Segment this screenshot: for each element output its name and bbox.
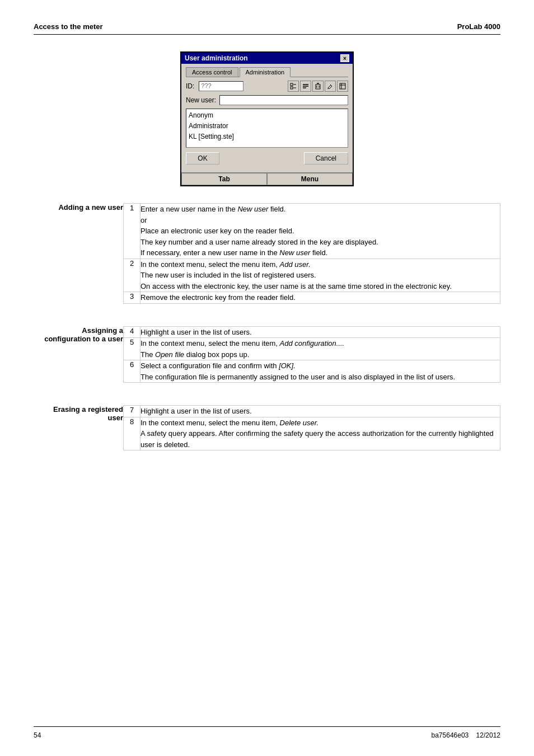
id-label: ID: [186, 82, 194, 90]
new-user-input[interactable] [219, 95, 348, 105]
toolbar-icons [288, 81, 348, 92]
id-field[interactable]: ??? [199, 81, 243, 91]
step-num-5: 5 [124, 338, 140, 360]
step-num-2: 2 [124, 259, 140, 292]
dialog-section: User administration × Access control Adm… [34, 51, 500, 186]
content-section-erasing: Erasing a registereduser 7 Highlight a u… [34, 405, 500, 450]
step-num-7: 7 [124, 406, 140, 417]
new-user-label: New user: [186, 96, 216, 104]
toolbar-icon-3[interactable] [312, 81, 324, 92]
step-text-7: Highlight a user in the list of users. [140, 406, 500, 417]
table-row: 8 In the context menu, select the menu i… [124, 417, 500, 450]
dialog-bottom-bar: Tab Menu [181, 172, 353, 185]
id-row: ID: ??? [186, 81, 348, 92]
steps-cell-assigning: 4 Highlight a user in the list of users.… [123, 326, 500, 383]
header-left: Access to the meter [34, 22, 103, 31]
step-text-5: In the context menu, select the menu ite… [140, 338, 500, 360]
step-text-4: Highlight a user in the list of users. [140, 326, 500, 338]
step-text-1: Enter a new user name in the New user fi… [140, 204, 500, 259]
table-row: 5 In the context menu, select the menu i… [124, 338, 500, 360]
toolbar-icon-2[interactable] [300, 81, 311, 92]
step-num-4: 4 [124, 326, 140, 338]
dialog-title: User administration [185, 54, 248, 62]
tab-access-control[interactable]: Access control [186, 67, 238, 77]
step-text-3: Remove the electronic key from the reade… [140, 292, 500, 304]
step-num-3: 3 [124, 292, 140, 304]
toolbar-icon-4[interactable] [325, 81, 336, 92]
section-table-adding: Adding a new user 1 Enter a new user nam… [34, 203, 500, 304]
page-header: Access to the meter ProLab 4000 [34, 22, 500, 35]
step-table-erasing: 7 Highlight a user in the list of users.… [123, 405, 500, 450]
table-row: 7 Highlight a user in the list of users. [124, 406, 500, 417]
table-row: 4 Highlight a user in the list of users. [124, 326, 500, 338]
content-section-assigning: Assigning a configuration to a user 4 Hi… [34, 326, 500, 383]
tab-administration[interactable]: Administration [240, 67, 291, 77]
step-text-2: In the context menu, select the menu ite… [140, 259, 500, 292]
dialog-buttons: OK Cancel [186, 152, 348, 165]
svg-rect-2 [291, 87, 293, 89]
svg-rect-13 [340, 83, 345, 89]
dialog-tab-menu[interactable]: Menu [267, 173, 353, 185]
dialog-titlebar: User administration × [181, 53, 353, 64]
table-row: 1 Enter a new user name in the New user … [124, 204, 500, 259]
user-list-item-administrator[interactable]: Administrator [189, 121, 345, 132]
page-footer: 54 ba75646e03 12/2012 [34, 726, 500, 739]
new-user-row: New user: [186, 95, 348, 105]
ok-button[interactable]: OK [186, 152, 219, 165]
section-label-erasing: Erasing a registereduser [34, 405, 123, 450]
section-label-adding: Adding a new user [34, 203, 123, 304]
section-table-assigning: Assigning a configuration to a user 4 Hi… [34, 326, 500, 383]
toolbar-icon-1[interactable] [288, 81, 299, 92]
table-row: 2 In the context menu, select the menu i… [124, 259, 500, 292]
section-label-assigning: Assigning a configuration to a user [34, 326, 123, 383]
page-number: 54 [34, 731, 41, 739]
section-table-erasing: Erasing a registereduser 7 Highlight a u… [34, 405, 500, 450]
svg-rect-7 [316, 84, 320, 89]
dialog-tab-tab[interactable]: Tab [181, 173, 267, 185]
content-section-adding: Adding a new user 1 Enter a new user nam… [34, 203, 500, 304]
header-right: ProLab 4000 [457, 22, 500, 31]
doc-ref-date: ba75646e03 12/2012 [432, 731, 500, 739]
table-row: 3 Remove the electronic key from the rea… [124, 292, 500, 304]
user-list-item-kl[interactable]: KL [Setting.ste] [189, 132, 345, 142]
page: Access to the meter ProLab 4000 User adm… [0, 0, 534, 756]
step-text-8: In the context menu, select the menu ite… [140, 417, 500, 450]
dialog-content: Access control Administration ID: ??? [181, 64, 353, 170]
step-num-8: 8 [124, 417, 140, 450]
steps-cell-adding: 1 Enter a new user name in the New user … [123, 203, 500, 304]
dialog-tabs: Access control Administration [186, 67, 348, 77]
user-administration-dialog: User administration × Access control Adm… [180, 51, 354, 186]
svg-rect-0 [291, 83, 293, 86]
user-list[interactable]: Anonym Administrator KL [Setting.ste] [186, 109, 348, 148]
dialog-close-button[interactable]: × [340, 54, 349, 62]
step-num-6: 6 [124, 360, 140, 383]
cancel-button[interactable]: Cancel [304, 152, 348, 165]
step-table-assigning: 4 Highlight a user in the list of users.… [123, 326, 500, 383]
table-row: 6 Select a configuration file and confir… [124, 360, 500, 383]
toolbar-icon-5[interactable] [337, 81, 348, 92]
step-table-adding: 1 Enter a new user name in the New user … [123, 203, 500, 304]
step-num-1: 1 [124, 204, 140, 259]
step-text-6: Select a configuration file and confirm … [140, 360, 500, 383]
user-list-item-anonym[interactable]: Anonym [189, 110, 345, 121]
steps-cell-erasing: 7 Highlight a user in the list of users.… [123, 405, 500, 450]
